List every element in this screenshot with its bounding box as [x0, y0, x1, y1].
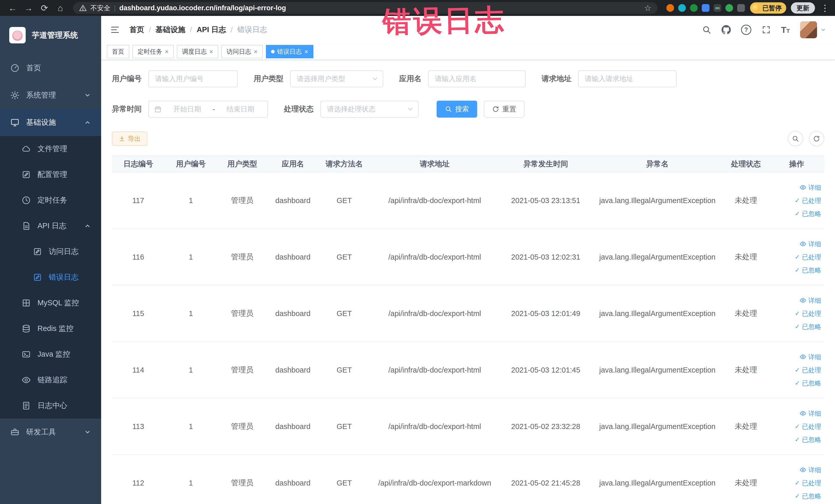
forward-icon[interactable]: → — [22, 3, 36, 13]
cell-exception-time: 2021-05-02 21:45:28 — [500, 455, 592, 504]
detail-link[interactable]: 详细 — [799, 296, 821, 305]
calendar-icon — [154, 105, 162, 113]
detail-link[interactable]: 详细 — [799, 353, 821, 361]
sidebar-item-scheduled-jobs[interactable]: 定时任务 — [0, 187, 101, 213]
browser-toolbar: ← → ⟳ ⌂ 不安全 | dashboard.yudao.iocoder.cn… — [0, 0, 835, 16]
sidebar-item-log-center[interactable]: 日志中心 — [0, 393, 101, 419]
tab-job-log[interactable]: 调度日志× — [177, 45, 218, 58]
browser-menu-icon[interactable]: ⋮ — [821, 3, 829, 13]
cell-request-url: /api/infra/db-doc/export-html — [370, 172, 500, 229]
doc-lines-icon — [22, 401, 31, 410]
fullscreen-icon[interactable] — [761, 25, 771, 35]
close-tab-icon[interactable]: × — [209, 48, 213, 55]
cell-log-id: 114 — [112, 342, 165, 398]
cell-exception-name: java.lang.IllegalArgumentException — [592, 229, 723, 285]
sidebar-item-trace[interactable]: 链路追踪 — [0, 367, 101, 393]
table-header-row: 日志编号 用户编号 用户类型 应用名 请求方法名 请求地址 异常发生时间 异常名… — [112, 156, 824, 172]
page-content: 用户编号 用户类型 应用名 请求地址 — [101, 60, 835, 504]
export-button[interactable]: 导出 — [112, 132, 147, 146]
tab-access-log[interactable]: 访问日志× — [221, 45, 263, 58]
extension-icon[interactable]: on — [714, 4, 721, 12]
sidebar-item-dev-tools[interactable]: 研发工具 — [0, 419, 101, 446]
monitor-icon — [10, 118, 20, 127]
extension-icon[interactable] — [737, 4, 745, 12]
mark-processed-link[interactable]: ✓ 已处理 — [795, 422, 821, 431]
breadcrumb-separator: / — [231, 26, 233, 34]
sidebar-item-mysql-monitor[interactable]: MySQL 监控 — [0, 290, 101, 316]
cell-exception-name: java.lang.IllegalArgumentException — [592, 398, 723, 455]
sidebar-item-java-monitor[interactable]: Java 监控 — [0, 341, 101, 367]
extension-icon[interactable] — [702, 4, 710, 12]
process-status-select[interactable] — [320, 101, 419, 118]
breadcrumb-separator: / — [149, 26, 151, 34]
mark-ignored-link[interactable]: ✓ 已忽略 — [795, 379, 821, 387]
search-icon[interactable] — [702, 25, 711, 35]
extension-icon[interactable] — [678, 4, 686, 12]
breadcrumb-home[interactable]: 首页 — [129, 25, 144, 35]
mark-processed-link[interactable]: ✓ 已处理 — [795, 479, 821, 487]
close-tab-icon[interactable]: × — [253, 48, 258, 55]
extension-icon[interactable] — [690, 4, 698, 12]
search-button[interactable]: 搜索 — [436, 101, 477, 118]
detail-link[interactable]: 详细 — [799, 409, 821, 418]
mark-processed-link[interactable]: ✓ 已处理 — [795, 309, 821, 318]
reset-button[interactable]: 重置 — [484, 101, 524, 118]
check-icon: ✓ — [795, 423, 800, 429]
github-icon[interactable] — [721, 25, 731, 35]
sidebar-item-config-mgmt[interactable]: 配置管理 — [0, 162, 101, 187]
user-type-select[interactable] — [290, 70, 383, 87]
mark-processed-link[interactable]: ✓ 已处理 — [795, 196, 821, 205]
sidebar-toggle-icon[interactable] — [110, 25, 120, 35]
sidebar-item-redis-monitor[interactable]: Redis 监控 — [0, 316, 101, 341]
date-range-picker[interactable]: 开始日期 - 结束日期 — [148, 101, 268, 118]
help-icon[interactable]: ? — [741, 25, 751, 35]
font-size-icon[interactable]: TT — [781, 25, 790, 35]
tab-home[interactable]: 首页 — [107, 45, 129, 58]
detail-link[interactable]: 详细 — [799, 240, 821, 248]
mark-processed-link[interactable]: ✓ 已处理 — [795, 253, 821, 261]
address-bar[interactable]: 不安全 | dashboard.yudao.iocoder.cn/infra/l… — [73, 2, 658, 14]
detail-link[interactable]: 详细 — [799, 183, 821, 192]
mark-ignored-link[interactable]: ✓ 已忽略 — [795, 492, 821, 500]
chevron-up-icon — [84, 119, 91, 126]
user-id-input[interactable] — [148, 70, 238, 87]
home-icon[interactable]: ⌂ — [54, 3, 67, 13]
mark-ignored-link[interactable]: ✓ 已忽略 — [795, 209, 821, 218]
check-icon: ✓ — [795, 267, 800, 273]
user-menu[interactable] — [800, 21, 826, 38]
mark-processed-link[interactable]: ✓ 已处理 — [795, 366, 821, 374]
mark-ignored-link[interactable]: ✓ 已忽略 — [795, 266, 821, 275]
refresh-button[interactable] — [809, 131, 824, 146]
mark-ignored-link[interactable]: ✓ 已忽略 — [795, 436, 821, 444]
paused-badge[interactable]: 已暂停 — [750, 2, 786, 14]
app-name-input[interactable] — [428, 70, 526, 87]
cell-process-status: 未处理 — [723, 229, 769, 285]
close-tab-icon[interactable]: × — [165, 48, 169, 55]
mark-ignored-link[interactable]: ✓ 已忽略 — [795, 322, 821, 331]
tab-error-log[interactable]: 错误日志× — [266, 45, 313, 58]
back-icon[interactable]: ← — [6, 3, 20, 13]
security-label: 不安全 — [90, 4, 110, 13]
sidebar-item-home[interactable]: 首页 — [0, 55, 101, 82]
close-tab-icon[interactable]: × — [304, 48, 308, 55]
extension-icon[interactable] — [726, 4, 733, 12]
detail-link[interactable]: 详细 — [799, 466, 821, 474]
sidebar-item-infrastructure[interactable]: 基础设施 — [0, 109, 101, 136]
chevron-down-icon — [84, 92, 91, 99]
reload-icon[interactable]: ⟳ — [38, 3, 51, 13]
check-icon: ✓ — [795, 480, 800, 486]
sidebar-item-error-log[interactable]: 错误日志 — [0, 264, 101, 290]
sidebar-item-access-log[interactable]: 访问日志 — [0, 239, 101, 264]
cell-exception-name: java.lang.IllegalArgumentException — [592, 342, 723, 398]
sidebar-item-file-mgmt[interactable]: 文件管理 — [0, 136, 101, 162]
extension-icon[interactable] — [666, 4, 674, 12]
sidebar-item-system-mgmt[interactable]: 系统管理 — [0, 82, 101, 109]
request-url-input[interactable] — [578, 70, 677, 87]
toggle-search-button[interactable] — [788, 131, 803, 146]
eye-icon — [799, 241, 806, 247]
update-button[interactable]: 更新 — [791, 2, 815, 14]
sidebar-item-api-logs[interactable]: API 日志 — [0, 213, 101, 239]
tab-scheduled-jobs[interactable]: 定时任务× — [133, 45, 174, 58]
cell-exception-time: 2021-05-03 12:01:49 — [500, 285, 592, 342]
bookmark-star-icon[interactable]: ☆ — [644, 3, 651, 13]
